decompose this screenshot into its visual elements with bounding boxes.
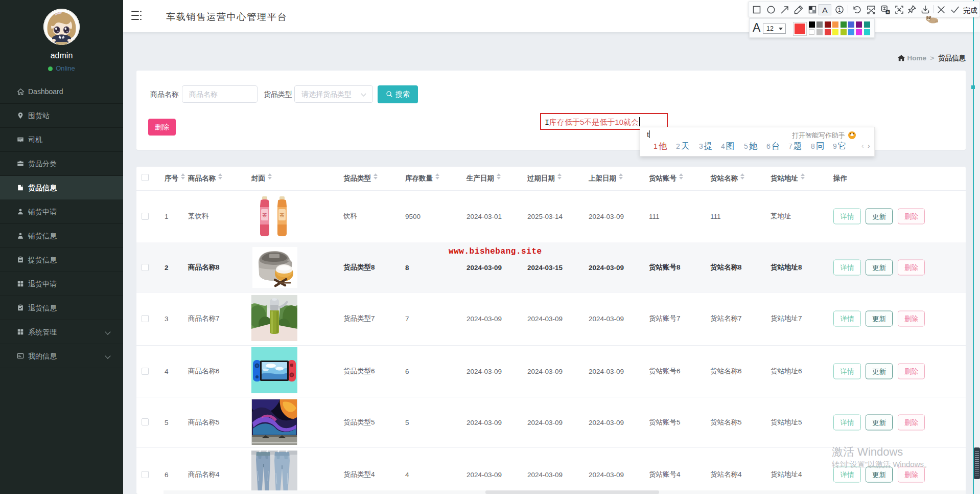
svg-text:A: A (886, 10, 889, 14)
svg-text:1: 1 (838, 7, 841, 13)
svg-text:茶: 茶 (263, 213, 267, 218)
svg-text:茶: 茶 (280, 213, 285, 218)
svg-text:A: A (822, 6, 828, 14)
